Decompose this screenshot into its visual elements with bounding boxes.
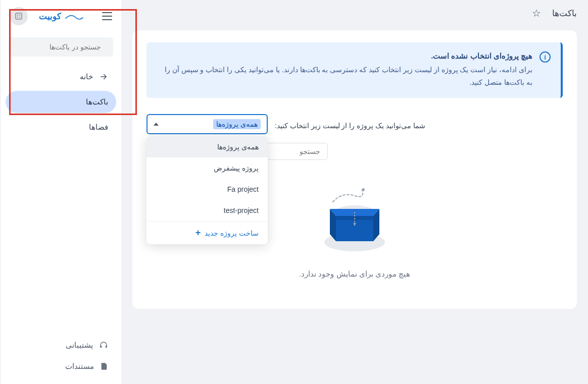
brand-name: کوبیت [39,11,61,22]
dropdown-option[interactable]: همه‌ی پروژه‌ها [146,136,268,157]
dropdown-option[interactable]: test-project [146,200,268,221]
svg-rect-1 [17,15,18,16]
nav-label: فضاها [89,123,108,132]
brand[interactable]: کوبیت [39,11,83,22]
sidebar-header: کوبیت [1,0,121,32]
page-title: باکت‌ها [552,8,577,19]
bottom-label: مستندات [65,362,94,371]
svg-rect-4 [19,17,20,18]
svg-rect-3 [17,17,18,18]
building-icon [14,12,23,21]
nav: خانه باکت‌ها فضاها [1,66,121,141]
headset-icon [99,341,108,350]
alert-text: برای ادامه، نیاز است یک پروژه از لیست زی… [157,64,532,89]
support-link[interactable]: پشتیبانی [6,335,116,356]
sidebar-bottom: پشتیبانی مستندات [1,335,121,384]
star-icon[interactable]: ☆ [532,7,541,19]
docs-link[interactable]: مستندات [6,356,116,377]
dropdown-option[interactable]: پروژه پیشفرض [146,157,268,179]
nav-item-home[interactable]: خانه [6,66,116,88]
bottom-label: پشتیبانی [66,341,93,350]
nav-item-spaces[interactable]: فضاها [6,116,116,138]
hamburger-icon[interactable] [102,12,112,20]
info-alert: i هیچ پروژه‌ای انتخاب نشده است. برای ادا… [146,42,563,98]
select-hint: شما می‌توانید یک پروژه را از لیست زیر ان… [275,122,425,130]
topbar: باکت‌ها ☆ [121,0,588,26]
dropdown-option[interactable]: Fa project [146,179,268,200]
main: باکت‌ها ☆ i هیچ پروژه‌ای انتخاب نشده است… [121,0,588,384]
svg-rect-7 [100,346,102,348]
document-icon [100,362,108,371]
svg-rect-2 [19,15,20,16]
arrow-right-icon [99,72,108,81]
project-select[interactable]: همه‌ی پروژه‌ها [146,114,268,134]
project-select-wrap: همه‌ی پروژه‌ها همه‌ی پروژه‌ها پروژه پیشف… [146,114,268,134]
svg-rect-0 [16,13,22,19]
empty-text: هیچ موردی برای نمایش وجود ندارد. [299,269,410,279]
plus-icon: + [195,228,201,238]
select-current: همه‌ی پروژه‌ها [213,119,261,129]
nav-label: خانه [80,72,93,81]
info-icon: i [540,51,551,63]
svg-point-20 [362,188,365,191]
empty-box-icon [317,187,393,257]
sidebar-search[interactable] [9,37,113,57]
new-project-button[interactable]: ساخت پروژه جدید + [146,221,268,244]
org-avatar[interactable] [10,7,28,25]
alert-body: هیچ پروژه‌ای انتخاب نشده است. برای ادامه… [157,51,532,89]
sidebar: کوبیت خانه باکت‌ها فضاها [0,0,121,384]
new-project-label: ساخت پروژه جدید [205,229,259,237]
svg-rect-8 [106,346,107,348]
nav-item-buckets[interactable]: باکت‌ها [6,91,116,113]
toolbar-row: شما می‌توانید یک پروژه را از لیست زیر ان… [146,114,563,134]
nav-label: باکت‌ها [86,97,108,106]
project-dropdown: همه‌ی پروژه‌ها پروژه پیشفرض Fa project t… [146,136,268,244]
brand-logo-icon [65,12,83,21]
sidebar-search-input[interactable] [13,43,101,51]
content-card: i هیچ پروژه‌ای انتخاب نشده است. برای ادا… [132,30,577,309]
chevron-up-icon [154,123,159,126]
alert-title: هیچ پروژه‌ای انتخاب نشده است. [157,51,532,61]
